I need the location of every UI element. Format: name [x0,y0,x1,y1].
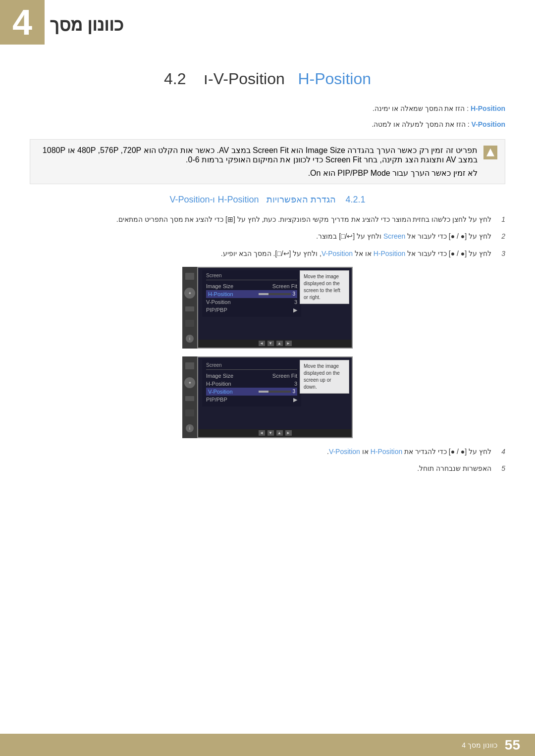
osd-row-1-3: V-Position 3 [206,298,297,306]
osd-val-image-size-2: Screen Fit [272,373,297,379]
step-4-text: לחץ על [● / ●] כדי להגדיר את H-Position … [30,446,491,457]
h-position-term: H-Position [471,104,505,112]
v-position-text: : הזז את המסך למעלה או למטה. [372,120,470,128]
steps-list-2: 4 לחץ על [● / ●] כדי להגדיר את H-Positio… [30,446,505,474]
main-content: 4.2 ו-V-Position H-Position H-Position :… [0,50,535,500]
osd-bar-fill-1 [259,293,268,295]
v-position-desc: V-Position : הזז את המסך למעלה או למטה. [30,119,505,130]
osd-val-pip-1: ▶ [293,307,297,313]
chapter-number-box: 4 [0,0,45,45]
footer-chapter-label: 4 כוונון מסך [462,741,497,749]
step-1-num: 1 [495,214,505,225]
nav-bar-2: ◄ ▼ ▲ ► [198,429,352,437]
osd-menu-1: Screen Image Size Screen Fit H-Position [202,270,301,317]
osd-val-hpos-2: 3 [294,381,297,387]
side-buttons-2: ✦ i [182,356,197,438]
step-5: 5 האפשרות שנבחרה תוחל. [30,463,505,474]
step-4-num: 4 [495,446,505,457]
nav-btn-2-4: ► [285,430,292,436]
step-2-text: לחץ על [● / ●] כדי לעבור אל Screen ולחץ … [30,231,491,242]
steps-list: 1 לחץ על לחצן כלשהו בחזית המוצר כדי להצי… [30,214,505,259]
osd-label-hpos-1: H-Position [208,291,233,297]
osd-menu-2: Screen Image Size Screen Fit H-Position … [202,360,301,406]
note-block: תפריט זה זמין רק כאשר הערך בהגדרה Image … [30,139,505,184]
note-bullet-1: תפריט זה זמין רק כאשר הערך בהגדרה Image … [38,146,478,164]
osd-row-1-1: Image Size Screen Fit [206,282,297,290]
osd-bar-track-2 [259,391,291,393]
nav-btn-1-3: ▲ [276,341,283,346]
nav-btn-2-2: ▼ [268,430,274,436]
side-btn-3 [185,306,194,311]
step-2-num: 2 [495,231,505,242]
monitor-frame-1: ✦ i Screen Image Size Screen Fit [182,267,353,349]
osd-label-image-size-1: Image Size [206,283,233,289]
side-btn-5: i [186,335,194,343]
note-icon [483,146,497,159]
step-3-num: 3 [495,248,505,259]
osd-row-2-2: H-Position 3 [206,380,297,388]
diagram-2: ✦ i Screen Image Size Screen Fit [30,356,505,438]
sub-section-title-text: הגדרת האפשרויות [267,195,336,204]
side-btn-2-4 [185,409,194,416]
step-1: 1 לחץ על לחצן כלשהו בחזית המוצר כדי להצי… [30,214,505,225]
side-btn-2-3 [185,396,194,401]
section-title-suffix: ו-V-Position [204,70,285,88]
osd-title-2: Screen [206,362,297,370]
nav-bar-1: ◄ ▼ ▲ ► [198,340,352,348]
osd-title-1: Screen [206,273,297,280]
note-bullet-2-text: לא זמין כאשר הערך עבור PIP/PBP Mode הוא … [308,169,478,177]
note-bullet-2: לא זמין כאשר הערך עבור PIP/PBP Mode הוא … [38,168,478,178]
side-buttons-1: ✦ i [182,267,197,349]
osd-val-pip-2: ▶ [293,397,297,403]
osd-row-1-4: PIP/PBP ▶ [206,306,297,314]
side-btn-4 [185,320,194,327]
osd-val-vpos-1: 3 [294,299,297,305]
osd-bar-container-2: 3 [259,389,295,394]
sub-section-title-suffix: H-Position ו-V-Position [169,195,259,204]
osd-row-2-1: Image Size Screen Fit [206,372,297,380]
footer-page-number: 55 [505,737,520,753]
section-number: 4.2 [164,70,186,88]
sub-section-number: 4.2.1 [346,195,366,204]
page-footer: 4 כוונון מסך 55 [0,734,535,756]
step-3: 3 לחץ על [● / ●] כדי לעבור אל H-Position… [30,248,505,259]
step-1-text: לחץ על לחצן כלשהו בחזית המוצר כדי להציג … [30,214,491,225]
nav-btn-1-4: ► [285,341,292,346]
step-2: 2 לחץ על [● / ●] כדי לעבור אל Screen ולח… [30,231,505,242]
monitor-frame-2: ✦ i Screen Image Size Screen Fit [182,356,353,438]
step-5-num: 5 [495,463,505,474]
side-btn-2: ✦ [184,288,195,299]
note-icon-inner [486,149,494,156]
side-btn-2-5: i [186,424,194,432]
osd-row-1-2: H-Position 3 [206,290,297,298]
nav-btn-1-1: ◄ [259,341,265,346]
step-4: 4 לחץ על [● / ●] כדי להגדיר את H-Positio… [30,446,505,457]
monitor-display-1: Screen Image Size Screen Fit H-Position [198,268,352,340]
v-position-term: V-Position [472,120,505,128]
chapter-title: כוונון מסך [50,14,123,35]
osd-bar-track-1 [259,293,291,295]
step-3-text: לחץ על [● / ●] כדי לעבור אל H-Position א… [30,248,491,259]
section-title-main: H-Position [298,70,371,88]
osd-label-vpos-2: V-Position [208,389,233,395]
step-5-text: האפשרות שנבחרה תוחל. [30,463,491,474]
nav-btn-2-3: ▲ [276,430,283,436]
h-position-text: : הזז את המסך שמאלה או ימינה. [373,104,469,112]
diagram-1: ✦ i Screen Image Size Screen Fit [30,267,505,349]
osd-val-hpos-1: 3 [292,291,295,297]
osd-val-image-size-1: Screen Fit [272,283,297,289]
osd-label-image-size-2: Image Size [206,373,233,379]
h-position-desc: H-Position : הזז את המסך שמאלה או ימינה. [30,103,505,114]
sub-section-title: 4.2.1 הגדרת האפשרויות H-Position ו-V-Pos… [30,194,505,205]
tooltip-1: Move the image displayed on the screen t… [300,270,349,304]
monitor-display-2: Screen Image Size Screen Fit H-Position … [198,357,352,429]
osd-val-vpos-2: 3 [292,389,295,394]
monitor-body-2: Screen Image Size Screen Fit H-Position … [197,356,353,438]
section-title: 4.2 ו-V-Position H-Position [30,69,505,88]
osd-row-2-4: PIP/PBP ▶ [206,396,297,404]
note-content: תפריט זה זמין רק כאשר הערך בהגדרה Image … [38,146,478,178]
osd-row-2-3: V-Position 3 [206,388,297,396]
osd-bar-container-1: 3 [259,291,295,297]
monitor-body-1: Screen Image Size Screen Fit H-Position [197,267,353,349]
side-btn-1 [185,273,194,280]
